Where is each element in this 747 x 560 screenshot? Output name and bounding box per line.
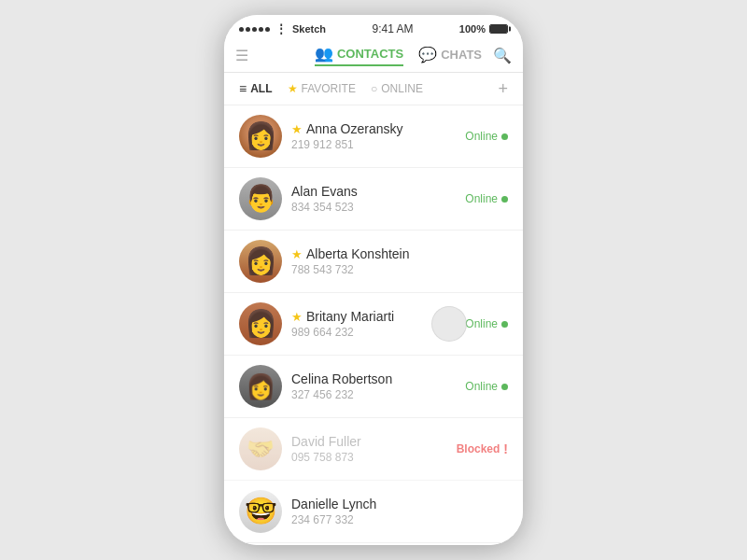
contact-name-row-celina: Celina Robertson	[291, 371, 465, 386]
battery-percent: 100%	[459, 23, 486, 35]
online-dot-celina	[501, 384, 508, 390]
contact-name-row-alberta: ★ Alberta Konshtein	[291, 246, 508, 261]
contact-status-david: Blocked !	[457, 441, 508, 456]
avatar-anna	[239, 115, 282, 158]
add-contact-button[interactable]: +	[498, 80, 508, 97]
contact-phone-celina: 327 456 232	[291, 388, 465, 401]
contact-name-row-alan: Alan Evans	[291, 184, 465, 199]
contact-item-david[interactable]: David Fuller 095 758 873 Blocked !	[224, 418, 523, 481]
contact-name-row-anna: ★ Anna Ozeransky	[291, 121, 465, 136]
contact-info-anna: ★ Anna Ozeransky 219 912 851	[291, 121, 465, 151]
avatar-alberta	[239, 240, 282, 283]
contact-name-anna: Anna Ozeransky	[306, 121, 403, 136]
contact-info-danielle: Danielle Lynch 234 677 332	[291, 497, 508, 526]
nav-tabs: 👥 CONTACTS 💬 CHATS	[315, 45, 482, 66]
contact-name-celina: Celina Robertson	[291, 371, 392, 386]
tab-contacts-label: CONTACTS	[337, 47, 403, 61]
filter-online[interactable]: ○ ONLINE	[371, 82, 423, 95]
star-britany: ★	[291, 310, 303, 324]
signal-dot-1	[239, 27, 244, 32]
blocked-exclaim-david: !	[503, 441, 508, 456]
contact-item-danielle[interactable]: Danielle Lynch 234 677 332	[224, 481, 523, 543]
chats-icon: 💬	[418, 46, 437, 63]
online-dot-alan	[501, 196, 508, 203]
filter-all-icon: ≡	[239, 81, 247, 96]
contact-list: ★ Anna Ozeransky 219 912 851 Online Alan…	[224, 105, 523, 545]
signal-dot-3	[252, 27, 257, 32]
filter-online-icon: ○	[371, 82, 377, 95]
contact-item-anna[interactable]: ★ Anna Ozeransky 219 912 851 Online	[224, 105, 523, 168]
status-left: ⋮ Sketch	[239, 22, 326, 35]
contact-phone-anna: 219 912 851	[291, 138, 465, 151]
contact-item-celina[interactable]: Celina Robertson 327 456 232 Online	[224, 356, 523, 418]
filter-bar: ≡ ALL ★ FAVORITE ○ ONLINE +	[224, 73, 523, 105]
filter-favorite-label: FAVORITE	[302, 82, 356, 95]
contact-info-celina: Celina Robertson 327 456 232	[291, 371, 465, 401]
contact-phone-david: 095 758 873	[291, 451, 457, 464]
status-bar: ⋮ Sketch 9:41 AM 100%	[224, 15, 523, 39]
contact-phone-danielle: 234 677 332	[291, 513, 508, 526]
touch-ripple	[431, 306, 467, 342]
contact-status-anna: Online	[465, 130, 508, 143]
contact-status-celina: Online	[465, 380, 508, 393]
battery-fill	[490, 25, 507, 33]
phone-frame: ⋮ Sketch 9:41 AM 100% ☰ 👥 CONTACTS 💬 CHA…	[224, 15, 523, 545]
tab-chats-label: CHATS	[441, 48, 482, 62]
menu-button[interactable]: ☰	[235, 47, 315, 64]
contact-name-alberta: Alberta Konshtein	[306, 246, 410, 261]
contacts-icon: 👥	[315, 45, 333, 63]
online-dot-anna	[501, 133, 508, 140]
contact-name-david: David Fuller	[291, 434, 361, 449]
wifi-icon: ⋮	[275, 22, 287, 35]
filter-all[interactable]: ≡ ALL	[239, 81, 273, 96]
contact-name-alan: Alan Evans	[291, 184, 358, 199]
filter-all-label: ALL	[250, 82, 272, 95]
contact-status-britany: Online	[465, 317, 508, 330]
contact-info-david: David Fuller 095 758 873	[291, 434, 457, 464]
signal-dot-2	[246, 27, 250, 32]
status-label-britany: Online	[465, 317, 498, 330]
contact-item-alberta[interactable]: ★ Alberta Konshtein 788 543 732	[224, 231, 523, 293]
avatar-danielle	[239, 490, 282, 533]
tab-chats[interactable]: 💬 CHATS	[418, 46, 482, 65]
status-label-david: Blocked	[457, 442, 500, 455]
filter-favorite-icon: ★	[288, 82, 298, 95]
contact-status-alan: Online	[465, 192, 508, 205]
signal-dot-4	[259, 27, 263, 32]
contact-name-row-david: David Fuller	[291, 434, 457, 449]
filter-favorite[interactable]: ★ FAVORITE	[288, 82, 356, 95]
contact-phone-alberta: 788 543 732	[291, 263, 508, 276]
status-right: 100%	[459, 23, 508, 35]
contact-item-britany[interactable]: ★ Britany Mariarti 989 664 232 Online	[224, 293, 523, 356]
contact-info-alberta: ★ Alberta Konshtein 788 543 732	[291, 246, 508, 276]
status-label-celina: Online	[465, 380, 498, 393]
status-label-anna: Online	[465, 130, 498, 143]
status-label-alan: Online	[465, 192, 498, 205]
contact-phone-alan: 834 354 523	[291, 201, 465, 214]
contact-name-danielle: Danielle Lynch	[291, 497, 376, 511]
signal-dot-5	[265, 27, 270, 32]
status-time: 9:41 AM	[372, 22, 413, 35]
tab-contacts[interactable]: 👥 CONTACTS	[315, 45, 403, 66]
online-dot-britany	[501, 321, 508, 328]
avatar-david	[239, 427, 282, 470]
avatar-britany	[239, 302, 282, 345]
contact-name-row-danielle: Danielle Lynch	[291, 497, 508, 511]
filter-online-label: ONLINE	[381, 82, 423, 95]
contact-info-alan: Alan Evans 834 354 523	[291, 184, 465, 214]
nav-bar: ☰ 👥 CONTACTS 💬 CHATS 🔍	[224, 39, 523, 73]
avatar-alan	[239, 177, 282, 220]
network-name: Sketch	[292, 23, 326, 35]
star-alberta: ★	[291, 247, 303, 261]
search-button[interactable]: 🔍	[493, 47, 512, 64]
star-anna: ★	[291, 122, 303, 136]
contact-item-alan[interactable]: Alan Evans 834 354 523 Online	[224, 168, 523, 231]
avatar-celina	[239, 365, 282, 408]
battery-icon	[489, 24, 508, 34]
contact-name-britany: Britany Mariarti	[306, 309, 394, 324]
